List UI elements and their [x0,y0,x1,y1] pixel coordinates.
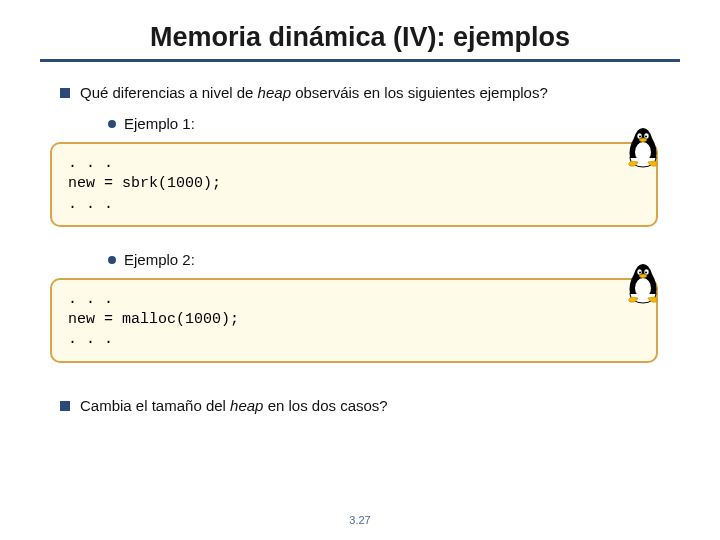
bullet-text: Cambia el tamaño del heap en los dos cas… [80,397,388,414]
code-block: . . . new = sbrk(1000); . . . [50,142,658,227]
code-block: . . . new = malloc(1000); . . . [50,278,658,363]
page-number: 3.27 [0,514,720,526]
sub-bullet-ejemplo-2: Ejemplo 2: [108,251,680,268]
square-bullet-icon [60,401,70,411]
text-em: heap [230,397,263,414]
bullet-text: Qué diferencias a nivel de heap observái… [80,84,548,101]
title-underline [40,59,680,62]
text-em: heap [258,84,291,101]
bullet-question-2: Cambia el tamaño del heap en los dos cas… [60,397,680,414]
dot-bullet-icon [108,256,116,264]
text-segment: Qué diferencias a nivel de [80,84,258,101]
bullet-question-1: Qué diferencias a nivel de heap observái… [60,84,680,101]
svg-point-10 [639,271,641,273]
sub-bullet-label: Ejemplo 2: [124,251,195,268]
sub-bullet-ejemplo-1: Ejemplo 1: [108,115,680,132]
svg-point-7 [635,278,651,298]
tux-penguin-icon [624,124,662,168]
svg-point-5 [645,136,647,138]
text-segment: en los dos casos? [263,397,387,414]
code-example-2: . . . new = malloc(1000); . . . [40,278,680,363]
code-example-1: . . . new = sbrk(1000); . . . [40,142,680,227]
svg-point-4 [639,136,641,138]
text-segment: Cambia el tamaño del [80,397,230,414]
text-segment: observáis en los siguientes ejemplos? [291,84,548,101]
square-bullet-icon [60,88,70,98]
svg-point-11 [645,271,647,273]
sub-bullet-label: Ejemplo 1: [124,115,195,132]
dot-bullet-icon [108,120,116,128]
svg-point-1 [635,142,651,162]
slide: Memoria dinámica (IV): ejemplos Qué dife… [0,0,720,540]
page-title: Memoria dinámica (IV): ejemplos [40,22,680,53]
tux-penguin-icon [624,260,662,304]
